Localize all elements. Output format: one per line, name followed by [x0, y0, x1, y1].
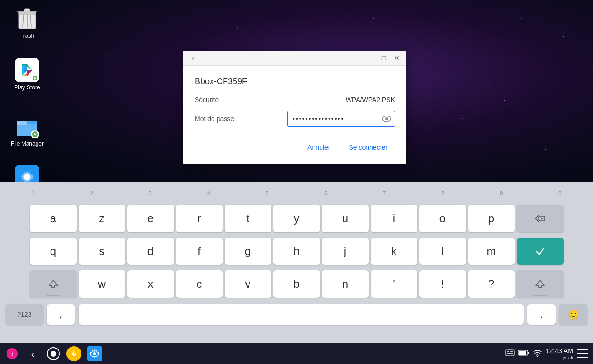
wifi-icon: [533, 349, 542, 358]
key-v[interactable]: v: [225, 270, 271, 298]
svg-point-42: [537, 356, 538, 357]
key-shift-right[interactable]: [517, 270, 564, 298]
key-g[interactable]: g: [225, 238, 271, 265]
key-num-2[interactable]: 2: [62, 190, 121, 196]
dialog-titlebar: ‹ − □ ✕: [183, 51, 406, 66]
taskbar-right: 12:43 AM jeudi: [505, 347, 588, 360]
key-z[interactable]: z: [79, 205, 125, 232]
key-u[interactable]: u: [322, 205, 369, 232]
key-confirm[interactable]: [517, 238, 564, 265]
key-o[interactable]: o: [419, 205, 466, 232]
key-num-8[interactable]: 8: [414, 190, 472, 196]
key-w[interactable]: w: [79, 270, 125, 298]
taskbar-home-icon: [47, 347, 60, 360]
dialog-close-button[interactable]: ✕: [391, 52, 403, 64]
keyboard-row-1: a z e r t y u i o p: [0, 202, 593, 235]
taskbar-home-button[interactable]: [46, 346, 61, 361]
dialog-security-value: WPA/WPA2 PSK: [346, 96, 395, 103]
key-shift-left[interactable]: [30, 270, 77, 298]
keyboard-bottom-row: ?123 , . 🙂: [0, 300, 593, 328]
dialog-back-button[interactable]: ‹: [187, 52, 198, 64]
key-j[interactable]: j: [322, 238, 369, 265]
key-exclaim[interactable]: !: [419, 270, 466, 298]
key-l[interactable]: l: [419, 238, 466, 265]
key-num-7[interactable]: 7: [355, 190, 414, 196]
dialog-password-row: Mot de passe: [195, 111, 395, 127]
key-question[interactable]: ?: [468, 270, 515, 298]
keyboard-icon[interactable]: [505, 349, 515, 358]
key-comma[interactable]: ,: [47, 304, 75, 325]
dialog-cancel-button[interactable]: Annuler: [300, 140, 337, 155]
filemanager-badge: [31, 130, 39, 138]
dialog-maximize-button[interactable]: □: [378, 52, 389, 64]
key-emoji[interactable]: 🙂: [559, 304, 587, 325]
key-num-4[interactable]: 4: [179, 190, 238, 196]
svg-marker-26: [49, 280, 58, 288]
key-apostrophe[interactable]: ': [371, 270, 417, 298]
desktop-icon-playstore[interactable]: Play Store: [8, 56, 46, 93]
key-x[interactable]: x: [127, 270, 174, 298]
key-num-5[interactable]: 5: [238, 190, 296, 196]
key-e[interactable]: e: [127, 205, 174, 232]
password-toggle-button[interactable]: [382, 116, 391, 122]
key-num-9[interactable]: 9: [472, 190, 531, 196]
key-t[interactable]: t: [225, 205, 271, 232]
trash-label: Trash: [20, 33, 34, 39]
taskbar-app-icon[interactable]: ♪: [5, 346, 20, 361]
dialog-security-field: Sécurité WPA/WPA2 PSK: [195, 96, 395, 103]
key-k[interactable]: k: [371, 238, 417, 265]
settings-circle: [87, 346, 102, 361]
svg-point-30: [51, 351, 56, 357]
key-n[interactable]: n: [322, 270, 369, 298]
key-y[interactable]: y: [273, 205, 320, 232]
taskbar-day: jeudi: [546, 355, 573, 360]
settings-icon-desktop: [15, 165, 39, 182]
keyboard-row-3: w x c v b n ' ! ?: [0, 268, 593, 300]
playstore-icon: [15, 58, 39, 82]
taskbar-settings-icon[interactable]: [87, 346, 102, 361]
taskbar-menu-button[interactable]: [577, 349, 588, 358]
filemanager-label: File Manager: [11, 140, 44, 147]
key-d[interactable]: d: [127, 238, 174, 265]
key-q[interactable]: q: [30, 238, 77, 265]
key-f[interactable]: f: [176, 238, 223, 265]
desktop-icon-settings[interactable]: [8, 163, 46, 182]
key-p[interactable]: p: [468, 205, 515, 232]
dialog-actions: Annuler Se connecter: [195, 138, 395, 155]
dialog-connect-button[interactable]: Se connecter: [342, 140, 395, 155]
key-num-1[interactable]: 1: [4, 190, 62, 196]
key-period[interactable]: .: [527, 304, 556, 325]
svg-text:♪: ♪: [11, 351, 14, 357]
key-space[interactable]: [79, 304, 524, 325]
key-h[interactable]: h: [273, 238, 320, 265]
key-b[interactable]: b: [273, 270, 320, 298]
desktop: Trash: [0, 0, 593, 182]
key-num-0[interactable]: 0: [531, 190, 589, 196]
key-c[interactable]: c: [176, 270, 223, 298]
key-a[interactable]: a: [30, 205, 77, 232]
key-s[interactable]: s: [79, 238, 125, 265]
taskbar: ♪ ‹: [0, 343, 593, 364]
key-num-6[interactable]: 6: [296, 190, 355, 196]
download-circle: [66, 346, 81, 361]
dialog-password-label: Mot de passe: [195, 115, 234, 123]
taskbar-clock: 12:43 AM jeudi: [546, 347, 573, 360]
key-i[interactable]: i: [371, 205, 417, 232]
key-num-3[interactable]: 3: [121, 190, 179, 196]
playstore-label: Play Store: [14, 84, 40, 91]
key-r[interactable]: r: [176, 205, 223, 232]
dialog-security-label: Sécurité: [195, 96, 219, 103]
desktop-icon-trash[interactable]: Trash: [8, 5, 46, 41]
dialog-minimize-button[interactable]: −: [365, 52, 376, 64]
key-sym[interactable]: ?123: [6, 304, 43, 325]
desktop-icon-filemanager[interactable]: File Manager: [8, 112, 46, 149]
key-backspace[interactable]: [517, 205, 564, 232]
menu-icon: [577, 349, 588, 358]
dialog-titlebar-right: − □ ✕: [365, 52, 403, 64]
password-input[interactable]: [287, 111, 395, 127]
taskbar-back-button[interactable]: ‹: [25, 346, 40, 361]
key-m[interactable]: m: [468, 238, 515, 265]
filemanager-icon: [15, 114, 39, 138]
taskbar-download-icon[interactable]: [66, 346, 81, 361]
svg-rect-2: [24, 9, 30, 13]
